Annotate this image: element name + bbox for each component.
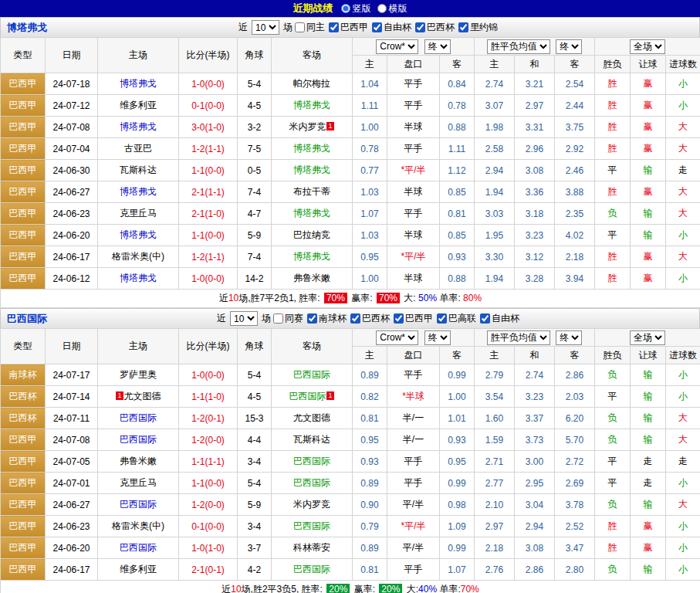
- handicap-line: 平手: [387, 364, 440, 386]
- away-team[interactable]: 博塔弗戈: [272, 246, 353, 268]
- avg-final-select[interactable]: 终: [556, 330, 582, 345]
- filter-checkbox[interactable]: 巴西杯: [415, 21, 455, 34]
- away-team[interactable]: 博塔弗戈: [272, 203, 353, 225]
- filter-checkbox[interactable]: 同主: [295, 21, 325, 34]
- away-team[interactable]: 巴西国际: [272, 559, 353, 581]
- filter-checkbox-input[interactable]: [295, 22, 305, 32]
- filter-checkbox-input[interactable]: [307, 313, 317, 324]
- avg-final-select[interactable]: 终: [556, 39, 582, 54]
- filter-checkbox[interactable]: 南球杯: [307, 312, 347, 325]
- filter-checkbox[interactable]: 自由杯: [372, 21, 411, 34]
- home-team[interactable]: 古亚巴: [98, 138, 179, 160]
- filter-checkbox-input[interactable]: [329, 22, 339, 32]
- scope-select[interactable]: 全场: [630, 39, 665, 54]
- result-handicap: 赢: [631, 95, 666, 117]
- filter-checkbox-input[interactable]: [415, 22, 425, 32]
- home-team[interactable]: 克里丘马: [98, 203, 179, 225]
- home-team[interactable]: 格雷米奥(中): [98, 246, 179, 268]
- filter-checkbox-input[interactable]: [394, 313, 404, 324]
- home-team[interactable]: 罗萨里奥: [98, 364, 179, 386]
- home-team[interactable]: 博塔弗戈: [98, 73, 179, 95]
- away-team[interactable]: 巴西国际: [272, 473, 353, 494]
- col-result: 胜负: [595, 347, 631, 364]
- home-team[interactable]: 弗鲁米嫩: [98, 451, 179, 473]
- team-name[interactable]: 博塔弗戈: [7, 21, 47, 35]
- table-row: 巴西甲24-06-23克里丘马2-1(1-0)4-7博塔弗戈1.07平手0.81…: [1, 203, 700, 225]
- avg-draw-odds: 3.31: [515, 117, 555, 138]
- filter-checkbox-input[interactable]: [437, 313, 447, 324]
- filter-checkbox[interactable]: 巴高联: [437, 312, 476, 325]
- away-team[interactable]: 巴西国际: [272, 451, 353, 473]
- recent-count-select[interactable]: 10: [252, 20, 279, 35]
- corners: 4-5: [238, 95, 272, 117]
- home-team[interactable]: 巴西国际: [98, 408, 179, 429]
- team-name[interactable]: 巴西国际: [7, 312, 47, 326]
- filter-checkbox[interactable]: 巴西甲: [394, 312, 433, 325]
- away-team[interactable]: 博塔弗戈: [272, 160, 353, 181]
- filter-checkbox[interactable]: 里约锦: [458, 21, 498, 34]
- away-team[interactable]: 米内罗竞: [272, 494, 353, 516]
- layout-horizontal-radio-input[interactable]: [377, 4, 387, 13]
- league-type: 巴西甲: [1, 181, 46, 203]
- avg-odds-select[interactable]: 胜平负均值: [487, 330, 550, 345]
- filter-checkbox[interactable]: 巴西甲: [329, 21, 368, 34]
- filter-checkbox[interactable]: 巴西杯: [350, 312, 390, 325]
- away-team[interactable]: 尤文图德: [272, 408, 353, 429]
- odds-home: 1.03: [353, 181, 387, 203]
- home-team[interactable]: 巴西国际: [98, 429, 179, 451]
- recent-count-select[interactable]: 10: [230, 311, 258, 326]
- handicap-line: 半/一: [387, 408, 440, 429]
- home-team[interactable]: 瓦斯科达: [98, 160, 179, 181]
- filter-checkbox-input[interactable]: [273, 313, 283, 324]
- home-team[interactable]: 博塔弗戈: [98, 181, 179, 203]
- odds-final-select[interactable]: 终: [424, 39, 451, 54]
- odds-company-select[interactable]: Crow*: [376, 39, 418, 54]
- away-team[interactable]: 巴拉纳竞: [272, 225, 353, 246]
- odds-away: 0.81: [440, 203, 475, 225]
- filter-checkbox-input[interactable]: [480, 313, 490, 324]
- away-team[interactable]: 博塔弗戈: [272, 138, 353, 160]
- home-team[interactable]: 博塔弗戈: [98, 225, 179, 246]
- score: 1-2(0-0): [179, 429, 238, 451]
- avg-draw-odds: 3.73: [515, 429, 555, 451]
- layout-vertical-radio[interactable]: 竖版: [335, 2, 371, 15]
- avg-odds-select[interactable]: 胜平负均值: [487, 39, 550, 54]
- scope-select[interactable]: 全场: [630, 330, 665, 345]
- away-team[interactable]: 帕尔梅拉: [272, 73, 353, 95]
- home-team[interactable]: 格雷米奥(中): [98, 516, 179, 537]
- away-team[interactable]: 弗鲁米嫩: [272, 268, 353, 290]
- home-team[interactable]: 1尤文图德: [98, 386, 179, 408]
- match-date: 24-06-17: [46, 559, 98, 581]
- home-team[interactable]: 巴西国际: [98, 537, 179, 559]
- away-team[interactable]: 科林蒂安: [272, 537, 353, 559]
- home-team[interactable]: 克里丘马: [98, 473, 179, 494]
- home-team[interactable]: 维多利亚: [98, 559, 179, 581]
- league-type: 巴西甲: [1, 138, 46, 160]
- filter-checkbox[interactable]: 同赛: [273, 312, 303, 325]
- col-goals: 进球数: [666, 347, 700, 364]
- away-team[interactable]: 瓦斯科达: [272, 429, 353, 451]
- table-row: 巴西甲24-06-27巴西国际1-2(0-0)5-9米内罗竞0.90平/半0.9…: [1, 494, 700, 516]
- home-team[interactable]: 维多利亚: [98, 95, 179, 117]
- filter-checkbox[interactable]: 自由杯: [480, 312, 519, 325]
- layout-horizontal-radio[interactable]: 横版: [371, 2, 407, 15]
- away-team[interactable]: 巴西国际: [272, 516, 353, 537]
- filter-checkbox-input[interactable]: [458, 22, 468, 32]
- odds-away: 0.88: [440, 117, 475, 138]
- away-team[interactable]: 布拉干蒂: [272, 181, 353, 203]
- odds-company-select[interactable]: Crow*: [376, 330, 418, 345]
- odds-home: 0.89: [353, 473, 387, 494]
- layout-vertical-radio-input[interactable]: [341, 4, 350, 13]
- odds-final-select[interactable]: 终: [424, 330, 451, 345]
- filter-checkbox-input[interactable]: [372, 22, 382, 32]
- topbar: 近期战绩 竖版 横版: [0, 0, 700, 17]
- away-team[interactable]: 巴西国际: [272, 364, 353, 386]
- home-team[interactable]: 博塔弗戈: [98, 117, 179, 138]
- filter-checkbox-input[interactable]: [350, 313, 360, 324]
- home-team[interactable]: 巴西国际: [98, 494, 179, 516]
- home-team[interactable]: 博塔弗戈: [98, 268, 179, 290]
- away-team[interactable]: 巴西国际1: [272, 386, 353, 408]
- summary-segment: 20%: [379, 584, 402, 593]
- away-team[interactable]: 米内罗竞1: [272, 117, 353, 138]
- away-team[interactable]: 博塔弗戈: [272, 95, 353, 117]
